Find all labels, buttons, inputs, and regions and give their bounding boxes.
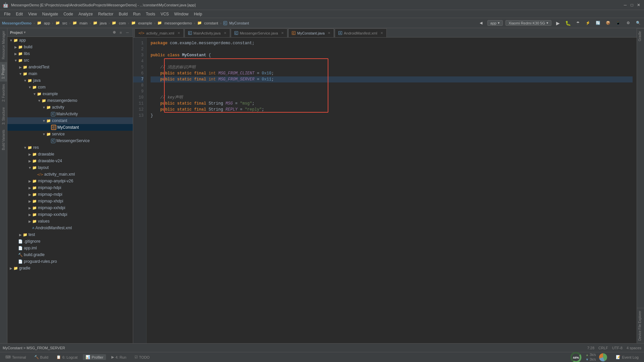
tree-item-mipmap-anydpi[interactable]: 📁 mipmap-anydpi-v26	[7, 178, 133, 184]
menu-edit[interactable]: Edit	[13, 10, 25, 18]
tree-item-androidtest[interactable]: 📁 androidTest	[7, 64, 133, 70]
menu-view[interactable]: View	[25, 10, 40, 18]
tree-item-mipmap-hdpi[interactable]: 📁 mipmap-hdpi	[7, 184, 133, 191]
profile-button[interactable]: ⚡	[584, 19, 592, 27]
tree-item-androidmanifest[interactable]: A AndroidManifest.xml	[7, 225, 133, 231]
event-log-tab[interactable]: 📝 Event Log	[613, 354, 641, 360]
menu-tools[interactable]: Tools	[143, 10, 158, 18]
structure-tab[interactable]: 3: Structure	[0, 105, 7, 127]
menu-navigate[interactable]: Navigate	[40, 10, 61, 18]
nav-crumb-app[interactable]: 📁app	[37, 21, 50, 25]
tree-item-example[interactable]: 📁 example	[7, 90, 133, 97]
nav-crumb-src[interactable]: 📁src	[55, 21, 67, 25]
tree-item-drawable-v24[interactable]: 📁 drawable-v24	[7, 158, 133, 164]
nav-crumb-constant[interactable]: 📁constant	[197, 21, 218, 25]
nav-crumb-myconstant[interactable]: CMyConstant	[223, 21, 249, 25]
menu-build[interactable]: Build	[116, 10, 130, 18]
tree-item-java[interactable]: 📁 java	[7, 77, 133, 84]
tree-item-mipmap-mdpi[interactable]: 📁 mipmap-mdpi	[7, 191, 133, 198]
menu-window[interactable]: Window	[171, 10, 191, 18]
tree-item-app-iml[interactable]: 📄 app.iml	[7, 245, 133, 251]
tree-item-layout[interactable]: 📁 layout	[7, 164, 133, 171]
tree-item-src[interactable]: 📁 src	[7, 57, 133, 64]
nav-crumb-messengerdemo[interactable]: 📁messengerdemo	[157, 21, 192, 25]
project-name[interactable]: MessengerDemo	[2, 21, 32, 25]
tab-close-androidmanifest[interactable]: ✕	[380, 31, 383, 35]
tree-item-libs[interactable]: 📁 libs	[7, 50, 133, 57]
tab-androidmanifest[interactable]: A AndroidManifest.xml ✕	[335, 28, 387, 37]
favorites-tab[interactable]: 2: Favorites	[0, 81, 7, 104]
debug-button[interactable]: 🐛	[564, 19, 572, 27]
menu-analyze[interactable]: Analyze	[76, 10, 96, 18]
device-file-explorer-tab[interactable]: Device File Explorer	[637, 308, 644, 343]
menu-vcs[interactable]: VCS	[158, 10, 172, 18]
tab-messengerservice[interactable]: C MessengerService.java ✕	[231, 28, 287, 37]
tab-close-messengerservice[interactable]: ✕	[281, 31, 284, 35]
tree-item-service[interactable]: 📁 service	[7, 131, 133, 137]
tree-item-res[interactable]: 📁 res	[7, 144, 133, 151]
build-tab[interactable]: 🔨 Build	[32, 354, 51, 360]
logcat-tab[interactable]: 📋 6: Logcat	[54, 354, 80, 360]
project-dropdown-icon[interactable]: ▾	[24, 31, 25, 34]
menu-run[interactable]: Run	[130, 10, 143, 18]
sdk-manager[interactable]: 📦	[604, 19, 612, 27]
tree-item-com[interactable]: 📁 com	[7, 84, 133, 90]
project-tab[interactable]: 1: Project	[0, 62, 7, 81]
avd-manager[interactable]: 📱	[614, 19, 622, 27]
memory-circle[interactable]: 44%	[570, 351, 582, 362]
tab-myconstant[interactable]: C MyConstant.java ✕	[288, 28, 334, 37]
tab-close-activity-main[interactable]: ✕	[177, 31, 180, 35]
todo-tab[interactable]: ☑ TODO	[132, 354, 153, 360]
tree-item-build[interactable]: 📁 build	[7, 44, 133, 50]
maximize-button[interactable]: □	[629, 2, 635, 8]
device-selector[interactable]: Xiaomi Redmi K30 5G ▾	[505, 20, 551, 26]
tree-item-activity-main-xml[interactable]: ≺/≻ activity_main.xml	[7, 171, 133, 178]
tree-item-proguard[interactable]: 📄 proguard-rules.pro	[7, 258, 133, 265]
terminal-tab[interactable]: ⌨ Terminal	[3, 354, 29, 360]
nav-crumb-example[interactable]: 📁example	[131, 21, 152, 25]
gradle-tab[interactable]: Gradle	[637, 28, 644, 44]
tree-item-build-gradle[interactable]: 🔨 build.gradle	[7, 251, 133, 258]
tree-item-gradle[interactable]: 📁 gradle	[7, 265, 133, 272]
build-variants-tab[interactable]: Build Variants	[0, 127, 7, 153]
tree-item-drawable[interactable]: 📁 drawable	[7, 151, 133, 158]
tree-item-activity[interactable]: 📁 activity	[7, 104, 133, 111]
code-editor[interactable]: 1 2 3 4 5 6 7 8 9 10 11 12 13 package co…	[133, 38, 637, 343]
nav-crumb-java[interactable]: 📁java	[93, 21, 107, 25]
tab-close-mainactivity[interactable]: ✕	[224, 31, 226, 35]
close-button[interactable]: ✕	[636, 2, 641, 8]
run-tab[interactable]: ▶ 4: Run	[109, 354, 129, 360]
project-settings[interactable]: ≡	[118, 30, 123, 35]
sync-button[interactable]: 🔄	[594, 19, 602, 27]
menu-code[interactable]: Code	[61, 10, 76, 18]
menu-help[interactable]: Help	[191, 10, 205, 18]
resource-manager-tab[interactable]: Resource Manager	[0, 28, 7, 62]
tree-item-app[interactable]: 📁 app	[7, 37, 133, 44]
profiler-tab[interactable]: 📊 Profiler	[83, 354, 106, 360]
back-button[interactable]: ◀	[477, 19, 485, 27]
tree-item-mipmap-xhdpi[interactable]: 📁 mipmap-xhdpi	[7, 198, 133, 204]
coverage-button[interactable]: ☂	[574, 19, 582, 27]
run-button[interactable]: ▶	[554, 19, 561, 27]
menu-refactor[interactable]: Refactor	[96, 10, 116, 18]
tree-item-constant[interactable]: 📁 constant	[7, 117, 133, 124]
tree-item-gitignore[interactable]: 📄 .gitignore	[7, 238, 133, 245]
project-collapse-all[interactable]: ⊕	[111, 30, 117, 35]
minimize-button[interactable]: ─	[623, 2, 628, 8]
tree-item-mipmap-xxhdpi[interactable]: 📁 mipmap-xxhdpi	[7, 204, 133, 211]
code-content[interactable]: package com.example.messengerdemo.consta…	[147, 38, 637, 121]
tree-item-messengerservice[interactable]: C MessengerService	[7, 137, 133, 144]
tab-close-myconstant[interactable]: ✕	[328, 31, 330, 35]
tree-item-values[interactable]: 📁 values	[7, 218, 133, 225]
tree-item-mipmap-xxxhdpi[interactable]: 📁 mipmap-xxxhdpi	[7, 211, 133, 218]
menu-file[interactable]: File	[1, 10, 13, 18]
tree-item-main[interactable]: 📁 main	[7, 70, 133, 77]
tree-item-myconstant[interactable]: C MyConstant	[7, 124, 133, 131]
tab-mainactivity[interactable]: C MainActivity.java ✕	[184, 28, 230, 37]
nav-crumb-main[interactable]: 📁main	[72, 21, 88, 25]
heap-chart-circle[interactable]	[599, 353, 607, 361]
tree-item-mainactivity[interactable]: C MainActivity	[7, 111, 133, 117]
search-everything[interactable]: 🔍	[635, 19, 642, 27]
settings-button[interactable]: ⚙	[625, 19, 632, 27]
tree-item-test[interactable]: 📁 test	[7, 231, 133, 238]
